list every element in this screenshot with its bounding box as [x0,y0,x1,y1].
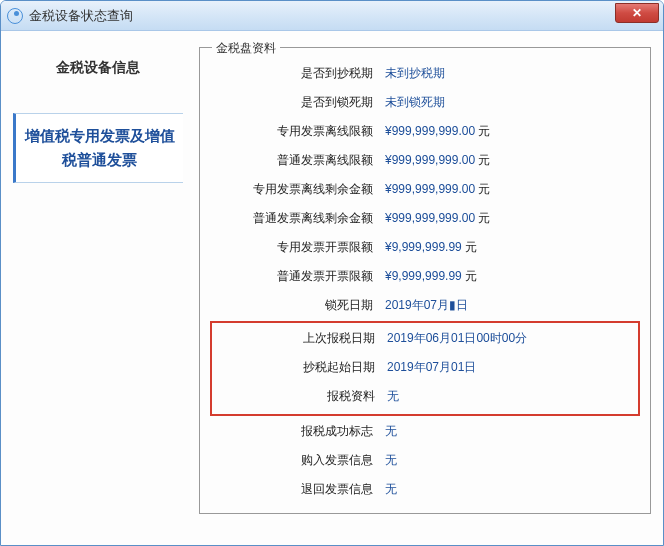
window-title: 金税设备状态查询 [29,7,133,25]
info-row: 是否到锁死期未到锁死期 [210,89,640,116]
row-label: 是否到抄税期 [210,65,385,82]
row-label: 购入发票信息 [210,452,385,469]
row-label: 报税资料 [212,388,387,405]
row-label: 普通发票离线限额 [210,152,385,169]
currency-unit: 元 [465,240,477,254]
row-value: 无 [385,452,640,469]
row-value: ¥9,999,999.99元 [385,239,640,256]
fieldset-disk-info: 金税盘资料 是否到抄税期未到抄税期是否到锁死期未到锁死期专用发票离线限额¥999… [199,47,651,514]
close-icon: ✕ [632,7,642,19]
row-value: 2019年06月01日00时00分 [387,330,638,347]
row-value: ¥9,999,999.99元 [385,268,640,285]
currency-unit: 元 [478,182,490,196]
info-row: 抄税起始日期2019年07月01日 [212,354,638,381]
row-label: 普通发票离线剩余金额 [210,210,385,227]
row-label: 普通发票开票限额 [210,268,385,285]
row-value: ¥999,999,999.00元 [385,210,640,227]
info-row: 普通发票离线剩余金额¥999,999,999.00元 [210,205,640,232]
row-value: 无 [385,423,640,440]
currency-unit: 元 [478,211,490,225]
info-row: 退回发票信息无 [210,476,640,503]
info-row: 是否到抄税期未到抄税期 [210,60,640,87]
tab-vat-invoice[interactable]: 增值税专用发票及增值税普通发票 [13,113,183,183]
row-label: 上次报税日期 [212,330,387,347]
content-area: 金税设备信息 增值税专用发票及增值税普通发票 金税盘资料 是否到抄税期未到抄税期… [1,31,663,545]
info-row: 报税资料无 [212,383,638,410]
row-value: 无 [387,388,638,405]
info-row: 锁死日期2019年07月▮日 [210,292,640,319]
row-value: 2019年07月01日 [387,359,638,376]
currency-unit: 元 [478,124,490,138]
sidebar: 金税设备信息 增值税专用发票及增值税普通发票 [13,41,183,535]
fieldset-legend: 金税盘资料 [212,40,280,57]
titlebar: 金税设备状态查询 ✕ [1,1,663,31]
highlight-box: 上次报税日期2019年06月01日00时00分抄税起始日期2019年07月01日… [210,321,640,416]
info-row: 报税成功标志无 [210,418,640,445]
app-icon [7,8,23,24]
row-label: 是否到锁死期 [210,94,385,111]
row-label: 抄税起始日期 [212,359,387,376]
close-button[interactable]: ✕ [615,3,659,23]
row-label: 专用发票开票限额 [210,239,385,256]
row-value: 无 [385,481,640,498]
row-value: 未到抄税期 [385,65,640,82]
row-label: 锁死日期 [210,297,385,314]
currency-unit: 元 [465,269,477,283]
row-value: 2019年07月▮日 [385,297,640,314]
info-row: 专用发票开票限额¥9,999,999.99元 [210,234,640,261]
info-row: 上次报税日期2019年06月01日00时00分 [212,325,638,352]
info-row: 专用发票离线剩余金额¥999,999,999.00元 [210,176,640,203]
row-label: 退回发票信息 [210,481,385,498]
row-label: 报税成功标志 [210,423,385,440]
row-value: ¥999,999,999.00元 [385,181,640,198]
info-row: 普通发票离线限额¥999,999,999.00元 [210,147,640,174]
sidebar-header: 金税设备信息 [13,59,183,77]
main-panel: 金税盘资料 是否到抄税期未到抄税期是否到锁死期未到锁死期专用发票离线限额¥999… [199,41,651,535]
info-row: 专用发票离线限额¥999,999,999.00元 [210,118,640,145]
info-row: 普通发票开票限额¥9,999,999.99元 [210,263,640,290]
row-value: 未到锁死期 [385,94,640,111]
row-label: 专用发票离线限额 [210,123,385,140]
row-value: ¥999,999,999.00元 [385,152,640,169]
currency-unit: 元 [478,153,490,167]
row-value: ¥999,999,999.00元 [385,123,640,140]
window-frame: 金税设备状态查询 ✕ 金税设备信息 增值税专用发票及增值税普通发票 金税盘资料 … [0,0,664,546]
info-row: 购入发票信息无 [210,447,640,474]
row-label: 专用发票离线剩余金额 [210,181,385,198]
